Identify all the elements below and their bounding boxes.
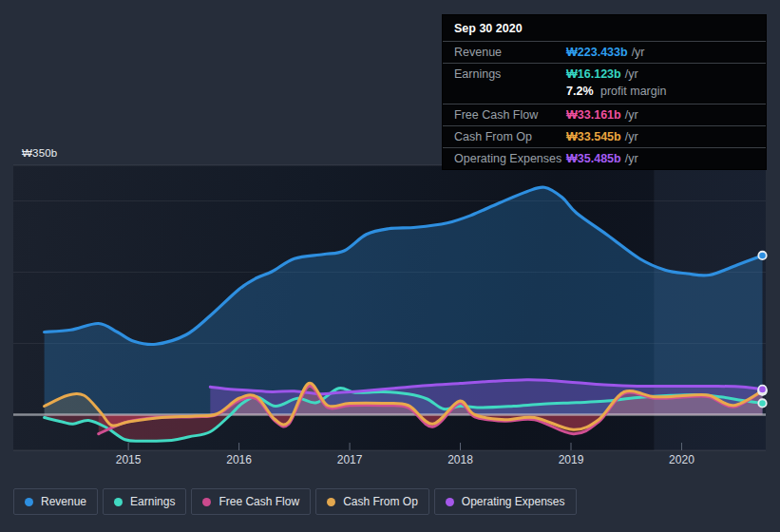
earnings-dot-icon — [114, 498, 123, 506]
chart-plot-area[interactable] — [13, 165, 766, 450]
tooltip-opex-value: ₩35.485b — [566, 152, 621, 165]
x-axis-label-2017: 2017 — [326, 453, 373, 466]
chart-legend: Revenue Earnings Free Cash Flow Cash Fro… — [13, 488, 577, 515]
tooltip-opex-label: Operating Expenses — [454, 152, 566, 165]
tooltip-row-operating-expenses: Operating Expenses ₩35.485b /yr — [443, 147, 766, 169]
tooltip-cfo-value: ₩33.545b — [566, 130, 621, 143]
tooltip-earnings-unit: /yr — [625, 67, 638, 81]
tooltip-row-earnings: Earnings ₩16.123b /yr 7.2% profit margin — [443, 63, 766, 104]
revenue-dot-icon — [25, 498, 33, 506]
tooltip-earnings-label: Earnings — [454, 67, 566, 81]
tooltip-earnings-value: ₩16.123b — [566, 67, 621, 81]
legend-opex-label: Operating Expenses — [462, 495, 565, 508]
free-cash-flow-dot-icon — [202, 498, 211, 506]
tooltip-fcf-value: ₩33.161b — [566, 108, 621, 122]
x-axis-label-2018: 2018 — [437, 453, 485, 466]
tooltip-opex-unit: /yr — [625, 152, 638, 165]
tooltip-row-revenue: Revenue ₩223.433b /yr — [443, 41, 766, 63]
legend-item-operating-expenses[interactable]: Operating Expenses — [434, 488, 577, 515]
x-axis-label-2015: 2015 — [105, 453, 152, 466]
tooltip-row-free-cash-flow: Free Cash Flow ₩33.161b /yr — [443, 104, 766, 125]
x-axis-label-2019: 2019 — [547, 453, 595, 466]
tooltip-cfo-label: Cash From Op — [454, 130, 566, 143]
tooltip-revenue-label: Revenue — [454, 46, 566, 59]
x-axis-label-2016: 2016 — [216, 453, 263, 466]
legend-item-cash-from-op[interactable]: Cash From Op — [315, 488, 429, 515]
profit-margin-percent: 7.2% — [566, 85, 594, 98]
legend-revenue-label: Revenue — [41, 495, 86, 508]
tooltip-cfo-unit: /yr — [625, 130, 638, 143]
date-readout-tooltip: Sep 30 2020 Revenue ₩223.433b /yr Earnin… — [443, 15, 766, 169]
legend-earnings-label: Earnings — [130, 495, 175, 508]
tooltip-revenue-value: ₩223.433b — [566, 46, 628, 59]
operating-expenses-dot-icon — [446, 498, 454, 506]
profit-margin-text: profit margin — [600, 85, 666, 98]
tooltip-revenue-unit: /yr — [632, 46, 645, 59]
legend-item-earnings[interactable]: Earnings — [103, 488, 186, 515]
tooltip-date: Sep 30 2020 — [443, 15, 766, 41]
x-axis-label-2020: 2020 — [657, 453, 705, 466]
tooltip-fcf-label: Free Cash Flow — [454, 108, 566, 122]
legend-fcf-label: Free Cash Flow — [219, 495, 299, 508]
legend-item-free-cash-flow[interactable]: Free Cash Flow — [191, 488, 311, 515]
financial-history-chart-panel: ₩350b ₩0 -₩50b 2015 2016 2017 2018 2019 … — [0, 0, 780, 532]
legend-cfo-label: Cash From Op — [343, 495, 418, 508]
tooltip-row-cash-from-op: Cash From Op ₩33.545b /yr — [443, 125, 766, 147]
cash-from-op-dot-icon — [327, 498, 335, 506]
y-axis-label-350b: ₩350b — [22, 147, 57, 159]
legend-item-revenue[interactable]: Revenue — [13, 488, 98, 515]
tooltip-profit-margin: 7.2% profit margin — [443, 85, 766, 104]
tooltip-fcf-unit: /yr — [625, 108, 638, 122]
